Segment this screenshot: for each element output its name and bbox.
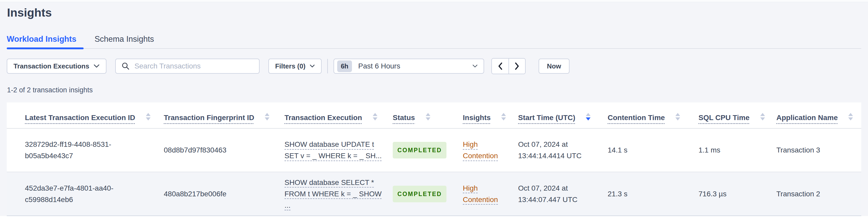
cell-insights: High Contention — [463, 128, 518, 172]
time-range-label: Past 6 Hours — [358, 62, 400, 70]
table-row: 328729d2-ff19-4408-8531-b05a5b4e43c7 08d… — [7, 128, 861, 172]
column-header-sql-cpu-time[interactable]: SQL CPU Time — [699, 102, 776, 128]
cell-transaction-execution: SHOW database UPDATE t SET v = _ WHERE k… — [284, 128, 393, 172]
transaction-execution-link[interactable]: SHOW database SELECT * FROM t WHERE k = … — [284, 177, 381, 211]
search-box[interactable] — [115, 59, 259, 74]
insights-table-card: Latest Transaction Execution ID Transact… — [7, 102, 861, 216]
chevron-down-icon — [93, 64, 100, 68]
search-icon — [122, 62, 130, 70]
column-header-latest-execution-id[interactable]: Latest Transaction Execution ID — [7, 102, 164, 128]
toolbar: Transaction Executions Filters (0) 6h Pa… — [7, 59, 861, 74]
cell-contention-time: 14.1 s — [608, 128, 699, 172]
cell-start-time: Oct 07, 2024 at 13:44:14.4414 UTC — [518, 128, 608, 172]
tab-bar: Workload Insights Schema Insights — [7, 35, 861, 49]
sort-icon[interactable] — [426, 112, 431, 121]
filters-dropdown[interactable]: Filters (0) — [269, 59, 321, 74]
insight-link[interactable]: High Contention — [463, 183, 509, 205]
cell-fingerprint-id: 480a8b217be006fe — [164, 172, 284, 216]
now-button[interactable]: Now — [538, 59, 569, 74]
previous-time-button[interactable] — [492, 59, 508, 74]
page-title: Insights — [7, 6, 861, 19]
tab-schema-insights-label: Schema Insights — [94, 34, 154, 43]
execution-type-dropdown-label: Transaction Executions — [13, 62, 89, 70]
cell-sql-cpu-time: 716.3 µs — [699, 172, 776, 216]
sort-icon-descending[interactable] — [586, 112, 591, 121]
column-header-application-name[interactable]: Application Name — [776, 102, 861, 128]
table-row: 452da3e7-e7fa-4801-aa40-c59988d14eb6 480… — [7, 172, 861, 216]
cell-application-name: Transaction 2 — [776, 172, 861, 216]
chevron-left-icon — [498, 62, 503, 70]
sort-icon[interactable] — [675, 112, 680, 121]
time-pager — [491, 58, 526, 74]
cell-latest-execution-id: 452da3e7-e7fa-4801-aa40-c59988d14eb6 — [7, 172, 164, 216]
time-range-badge: 6h — [337, 60, 352, 72]
cell-start-time: Oct 07, 2024 at 13:44:07.447 UTC — [518, 172, 608, 216]
transaction-execution-link[interactable]: SHOW database UPDATE t SET v = _ WHERE k… — [284, 139, 382, 162]
cell-fingerprint-id: 08d8b7d97f830463 — [164, 128, 284, 172]
chevron-right-icon — [515, 62, 520, 70]
sort-icon[interactable] — [265, 112, 270, 121]
column-header-transaction-execution[interactable]: Transaction Execution — [284, 102, 393, 128]
status-badge: COMPLETED — [393, 186, 446, 202]
top-divider — [0, 0, 868, 2]
results-summary: 1-2 of 2 transaction insights — [7, 86, 861, 94]
sort-icon[interactable] — [372, 112, 378, 121]
insight-link[interactable]: High Contention — [463, 139, 509, 162]
column-header-status[interactable]: Status — [393, 102, 463, 128]
column-header-contention-time[interactable]: Contention Time — [608, 102, 699, 128]
cell-latest-execution-id: 328729d2-ff19-4408-8531-b05a5b4e43c7 — [7, 128, 164, 172]
search-input[interactable] — [134, 62, 253, 70]
table-header-row: Latest Transaction Execution ID Transact… — [7, 102, 861, 128]
tab-workload-insights-label: Workload Insights — [7, 34, 76, 43]
toolbar-divider — [327, 59, 328, 73]
cell-status: COMPLETED — [393, 128, 463, 172]
sort-icon[interactable] — [760, 112, 765, 121]
next-time-button[interactable] — [508, 59, 525, 74]
transaction-insights-table: Latest Transaction Execution ID Transact… — [7, 102, 861, 216]
execution-type-dropdown[interactable]: Transaction Executions — [7, 59, 106, 74]
sort-icon[interactable] — [146, 112, 151, 121]
sort-icon[interactable] — [501, 112, 506, 121]
column-header-start-time[interactable]: Start Time (UTC) — [518, 102, 608, 128]
now-button-label: Now — [547, 62, 561, 70]
chevron-down-icon — [310, 64, 315, 68]
cell-sql-cpu-time: 1.1 ms — [699, 128, 776, 172]
column-header-fingerprint-id[interactable]: Transaction Fingerprint ID — [164, 102, 284, 128]
filters-dropdown-label: Filters (0) — [275, 62, 306, 70]
column-header-insights[interactable]: Insights — [463, 102, 518, 128]
tab-schema-insights[interactable]: Schema Insights — [94, 35, 154, 48]
cell-contention-time: 21.3 s — [608, 172, 699, 216]
status-badge: COMPLETED — [393, 142, 446, 158]
cell-insights: High Contention — [463, 172, 518, 216]
cell-transaction-execution: SHOW database SELECT * FROM t WHERE k = … — [284, 172, 393, 216]
chevron-down-icon — [472, 64, 478, 68]
tab-workload-insights[interactable]: Workload Insights — [7, 35, 76, 48]
time-range-dropdown[interactable]: 6h Past 6 Hours — [334, 59, 484, 74]
sort-icon[interactable] — [848, 112, 853, 121]
bottom-band — [0, 216, 868, 222]
cell-application-name: Transaction 3 — [776, 128, 861, 172]
cell-status: COMPLETED — [393, 172, 463, 216]
